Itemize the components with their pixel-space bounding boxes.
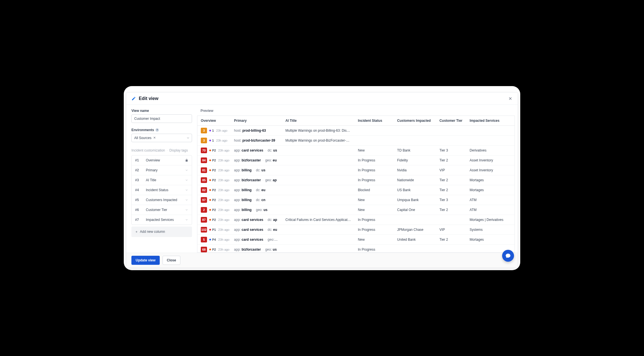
cell-customers: Umpqua Bank bbox=[394, 195, 436, 205]
preview-table: Overview Primary AI Title Incident Statu… bbox=[197, 116, 515, 253]
col-tier[interactable]: Customer Tier bbox=[436, 116, 466, 126]
column-label: AI Title bbox=[146, 178, 180, 182]
cell-status: In Progress bbox=[355, 155, 394, 165]
col-services[interactable]: Impacted Services bbox=[466, 116, 515, 126]
column-number: #4 bbox=[135, 188, 141, 192]
chevron-down-icon[interactable] bbox=[185, 188, 188, 192]
chevron-down-icon[interactable] bbox=[185, 178, 188, 182]
table-row[interactable]: 82P223h agoapp: billing·dc: euBlockedUS … bbox=[197, 185, 515, 195]
cell-status: In Progress bbox=[355, 175, 394, 185]
clear-env-icon[interactable]: ✕ bbox=[153, 136, 156, 140]
environments-select[interactable]: All Sources✕ bbox=[131, 134, 192, 142]
count-badge: 97 bbox=[201, 197, 207, 203]
cell-primary: app: billing·geo: us bbox=[231, 205, 282, 215]
lock-icon bbox=[185, 159, 188, 162]
chat-fab[interactable] bbox=[502, 250, 514, 262]
cell-ai-title: Multiple Warnings on prod-Billing-63: Di… bbox=[282, 125, 355, 135]
col-ai-title[interactable]: AI Title bbox=[282, 116, 355, 126]
cell-tier: Tier 3 bbox=[436, 145, 466, 155]
cell-tier bbox=[436, 135, 466, 145]
help-icon[interactable]: ? bbox=[155, 128, 159, 132]
cell-status: Blocked bbox=[355, 185, 394, 195]
view-name-input[interactable] bbox=[131, 114, 192, 123]
primary-kv: app: billing bbox=[234, 208, 251, 212]
table-row[interactable]: 97P223h agoapp: billing·dc: cnNewUmpqua … bbox=[197, 195, 515, 205]
cell-ai-title bbox=[282, 205, 355, 215]
tab-incident-customization[interactable]: Incident customization bbox=[131, 148, 165, 152]
cell-ai-title bbox=[282, 235, 355, 244]
col-status[interactable]: Incident Status bbox=[355, 116, 394, 126]
primary-kv: app: bizforcaster bbox=[234, 178, 261, 182]
col-overview[interactable]: Overview bbox=[197, 116, 231, 126]
time-ago: 23h ago bbox=[218, 159, 229, 162]
table-row[interactable]: 68P223h agoapp: bizforcaster·geo: usIn P… bbox=[197, 244, 515, 253]
priority-dot-icon bbox=[209, 150, 211, 151]
tab-display-tags[interactable]: Display tags bbox=[169, 148, 188, 152]
plus-icon: ＋ bbox=[135, 229, 138, 234]
table-row[interactable]: 3123h agohost: prod-bizforcaster-39Multi… bbox=[197, 135, 515, 145]
primary-kv: app: card services bbox=[234, 228, 263, 232]
table-row[interactable]: 2P223h agoapp: billing·geo: usNewCapital… bbox=[197, 205, 515, 215]
table-row[interactable]: 85P223h agoapp: bizforcaster·geo: apIn P… bbox=[197, 175, 515, 185]
cell-services: Mortages | Derivatives bbox=[466, 215, 515, 225]
table-row[interactable]: 81P223h agoapp: billing·dc: usIn Progres… bbox=[197, 165, 515, 175]
chat-icon bbox=[505, 253, 511, 259]
priority: P2 bbox=[209, 159, 216, 162]
priority-dot-icon bbox=[209, 209, 211, 211]
table-row[interactable]: 102P123h agoapp: card services·dc: euIn … bbox=[197, 225, 515, 235]
column-label: Overview bbox=[146, 158, 180, 162]
secondary-kv: geo: us bbox=[265, 248, 277, 251]
cell-status: New bbox=[355, 195, 394, 205]
cell-ai-title bbox=[282, 195, 355, 205]
column-config-row[interactable]: #7Impacted Services bbox=[132, 215, 192, 225]
count-badge: 102 bbox=[201, 227, 207, 233]
table-row[interactable]: 5P423h agoapp: card services·geo: usNewU… bbox=[197, 235, 515, 244]
secondary-kv: dc: us bbox=[256, 168, 265, 172]
primary-kv: app: card services bbox=[234, 218, 263, 222]
primary-kv: app: bizforcaster bbox=[234, 158, 261, 162]
column-config-row[interactable]: #6Customer Tier bbox=[132, 205, 192, 215]
update-view-button[interactable]: Update view bbox=[131, 256, 160, 265]
column-config-row[interactable]: #1Overview bbox=[132, 155, 192, 165]
close-icon[interactable] bbox=[508, 96, 513, 101]
table-row[interactable]: 84P223h agoapp: bizforcaster·geo: euIn P… bbox=[197, 155, 515, 165]
table-row[interactable]: 87P223h agoapp: card services·dc: apCrit… bbox=[197, 215, 515, 225]
pencil-icon bbox=[131, 96, 136, 101]
priority: P2 bbox=[209, 178, 216, 182]
cell-primary: host: prod-billing-63 bbox=[231, 125, 282, 135]
cell-primary: app: card services·dc: ap bbox=[231, 215, 282, 225]
count-badge: 3 bbox=[201, 138, 207, 143]
modal-title: Edit view bbox=[139, 96, 158, 101]
col-primary[interactable]: Primary bbox=[231, 116, 282, 126]
count-badge: 82 bbox=[201, 187, 207, 193]
time-ago: 23h ago bbox=[218, 228, 229, 231]
preview-title: Preview bbox=[197, 109, 518, 116]
column-config-row[interactable]: #5Customers Impacted bbox=[132, 195, 192, 205]
table-row[interactable]: 3123h agohost: prod-billing-63Multiple W… bbox=[197, 125, 515, 135]
col-customers[interactable]: Customers Impacted bbox=[394, 116, 436, 126]
cell-customers bbox=[394, 215, 436, 225]
column-config-row[interactable]: #2Primary bbox=[132, 165, 192, 175]
close-button[interactable]: Close bbox=[163, 256, 180, 265]
columns-list: #1Overview#2Primary#3AI Title#4Incident … bbox=[131, 155, 192, 225]
table-row[interactable]: 70P223h agoapp: card services·dc: usNewT… bbox=[197, 145, 515, 155]
cell-ai-title: Critical Failures in Card Services Appli… bbox=[282, 215, 355, 225]
preview-table-scroll[interactable]: Overview Primary AI Title Incident Statu… bbox=[197, 116, 515, 253]
cell-tier: Tier 2 bbox=[436, 185, 466, 195]
column-config-row[interactable]: #3AI Title bbox=[132, 175, 192, 185]
cell-services bbox=[466, 135, 515, 145]
edit-view-modal: Edit view View name Environments ? All S… bbox=[126, 92, 518, 268]
cell-primary: app: card services·dc: eu bbox=[231, 225, 282, 235]
add-column-button[interactable]: ＋ Add new column bbox=[131, 227, 192, 237]
column-config-row[interactable]: #4Incident Status bbox=[132, 185, 192, 195]
chevron-down-icon[interactable] bbox=[185, 218, 188, 221]
cell-customers: Fidelity bbox=[394, 155, 436, 165]
cell-customers: US Bank bbox=[394, 185, 436, 195]
chevron-down-icon[interactable] bbox=[185, 198, 188, 202]
cell-customers bbox=[394, 125, 436, 135]
priority-dot-icon bbox=[209, 219, 211, 221]
chevron-down-icon[interactable] bbox=[185, 169, 188, 172]
config-subtabs: Incident customization · Display tags bbox=[131, 148, 192, 152]
chevron-down-icon[interactable] bbox=[185, 208, 188, 212]
secondary-kv: geo: us bbox=[268, 238, 279, 242]
